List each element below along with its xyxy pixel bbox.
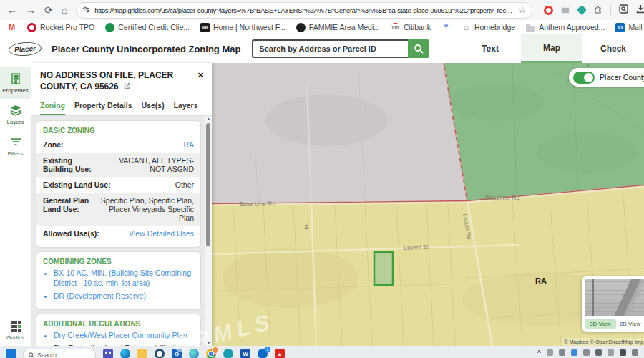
bullet-item[interactable]: BX-10 AC. MIN. (Building Site Combining … bbox=[54, 268, 194, 288]
sidebar-item-layers[interactable]: Layers bbox=[0, 99, 31, 130]
tray-icon-6[interactable] bbox=[620, 349, 626, 356]
address-bar[interactable]: https://map.gridics.com/us/ca/placer-cou… bbox=[76, 2, 532, 19]
toggle-switch-icon[interactable] bbox=[573, 72, 595, 84]
bookmark-flower[interactable]: * bbox=[441, 23, 451, 32]
tray-icon-1[interactable] bbox=[559, 349, 565, 356]
reload-icon[interactable]: ⟳ bbox=[44, 5, 53, 15]
map-attribution[interactable]: © Mapbox © OpenStreetMap Improve this ma… bbox=[562, 338, 644, 346]
bookmark-fammie-area-medi[interactable]: FAMMIE Area Medi... bbox=[296, 23, 380, 32]
tray-icon-4[interactable] bbox=[595, 349, 602, 356]
sidebar-footer-gridics[interactable]: Gridics bbox=[0, 316, 31, 346]
field-row: Existing Building Use:VACANT, ALL TYPES-… bbox=[36, 153, 200, 177]
tray-expand-icon[interactable]: ^ bbox=[537, 349, 541, 356]
flower-icon: * bbox=[441, 23, 451, 32]
selected-parcel[interactable] bbox=[374, 252, 393, 285]
filter-icon bbox=[9, 135, 22, 148]
bullet-list: Dry Creek/West Placer Community PlanFire… bbox=[54, 331, 194, 346]
tab-text[interactable]: Text bbox=[459, 34, 521, 63]
field-row: General Plan Land Use:Specific Plan, Spe… bbox=[36, 193, 200, 226]
taskbar-app-teams[interactable] bbox=[103, 349, 113, 358]
tray-icon-3[interactable] bbox=[583, 349, 590, 356]
sidebar-item-label: Properties bbox=[2, 87, 28, 94]
extension-teal-icon[interactable] bbox=[577, 5, 587, 15]
bullet-item[interactable]: Dry Creek/West Placer Community Plan bbox=[54, 331, 194, 341]
tray-icon-2[interactable] bbox=[571, 349, 577, 356]
bookmarks-list: MRocket Pro TPOCertified Credit Clie...N… bbox=[7, 23, 644, 32]
taskbar-app-globe[interactable] bbox=[223, 349, 233, 358]
extension-window-icon[interactable] bbox=[561, 6, 570, 14]
minimap-image[interactable] bbox=[585, 279, 644, 316]
bullet-item[interactable]: DR (Development Reserve) bbox=[54, 291, 194, 301]
tab-check[interactable]: Check bbox=[582, 34, 644, 63]
panel-tabs: Zoning Property Details Use(s) Layers bbox=[31, 94, 212, 116]
tab-zoning[interactable]: Zoning bbox=[40, 101, 65, 115]
view-2d-button[interactable]: 2D View bbox=[620, 321, 641, 327]
bookmark-gmail[interactable]: M bbox=[7, 23, 16, 32]
search-input[interactable] bbox=[252, 39, 408, 58]
site-settings-icon[interactable] bbox=[82, 4, 90, 16]
taskbar-app-edge[interactable] bbox=[120, 349, 130, 358]
share-link-icon[interactable] bbox=[124, 81, 131, 92]
placer-logo: Placer bbox=[8, 41, 42, 57]
bookmark-label: Anthem Approved... bbox=[539, 23, 605, 32]
bookmark-citibank[interactable]: citiCitibank bbox=[391, 23, 431, 32]
home-icon[interactable]: ⌂ bbox=[62, 5, 67, 15]
taskbar-app-acrobat[interactable]: ▴ bbox=[275, 349, 285, 358]
taskbar-search[interactable]: Search bbox=[23, 349, 96, 358]
field-label: Existing Building Use: bbox=[43, 156, 101, 173]
map-canvas[interactable]: Base Line RdBaseline RdLowell StLocust R… bbox=[212, 63, 644, 346]
scroll-up-icon[interactable]: ▲ bbox=[205, 117, 212, 121]
section-heading: BASIC ZONING bbox=[43, 127, 194, 135]
tab-uses[interactable]: Use(s) bbox=[142, 101, 165, 115]
search-tabs-icon[interactable] bbox=[619, 4, 628, 16]
county-layer-toggle[interactable]: Placer County bbox=[569, 68, 644, 87]
download-icon[interactable] bbox=[636, 4, 644, 16]
taskbar-app-windows[interactable] bbox=[6, 349, 16, 358]
taskbar-app-outlook[interactable]: O bbox=[172, 349, 182, 358]
bookmark-mail-rc-raymondco[interactable]: OMail - rc raymondco... bbox=[615, 23, 644, 32]
view-3d-button[interactable]: 3D View bbox=[585, 319, 616, 329]
view-mode-tabs: Text Map Check bbox=[459, 34, 644, 63]
taskbar-app-folder[interactable] bbox=[137, 349, 147, 358]
scroll-down-icon[interactable]: ▼ bbox=[205, 341, 212, 345]
taskbar-app-word[interactable]: W bbox=[240, 349, 250, 358]
bookmark-label: Certified Credit Clie... bbox=[118, 23, 190, 32]
scrollbar-thumb[interactable] bbox=[206, 123, 210, 246]
bookmark-rocket-pro-tpo[interactable]: Rocket Pro TPO bbox=[27, 23, 94, 32]
search-button[interactable] bbox=[408, 39, 429, 58]
panel-header: NO ADDRESS ON FILE, PLACER COUNTY, CA 95… bbox=[31, 63, 212, 94]
tab-layers[interactable]: Layers bbox=[174, 101, 198, 115]
forward-icon[interactable]: → bbox=[26, 5, 36, 15]
bookmark-label: Citibank bbox=[404, 23, 431, 32]
tray-icon-7[interactable] bbox=[632, 349, 638, 356]
close-panel-icon[interactable]: × bbox=[196, 69, 205, 92]
panel-sections: BASIC ZONINGZone:RAExisting Building Use… bbox=[31, 116, 205, 346]
sidebar-item-label: Layers bbox=[6, 119, 24, 125]
bookmark-certified-credit-clie[interactable]: Certified Credit Clie... bbox=[105, 23, 190, 32]
taskbar-app-dell[interactable] bbox=[155, 349, 165, 358]
taskbar-app-edge2[interactable] bbox=[189, 349, 199, 358]
bookmark-anthem-approved[interactable]: Anthem Approved... bbox=[526, 23, 605, 32]
taskbar-search-label: Search bbox=[37, 352, 57, 358]
back-icon[interactable]: ← bbox=[7, 5, 17, 15]
url-text[interactable]: https://map.gridics.com/us/ca/placer-cou… bbox=[94, 6, 514, 14]
taskbar-app-phone[interactable]: 1 bbox=[258, 349, 268, 358]
bookmark-homebridge[interactable]: ⌂Homebridge bbox=[462, 23, 515, 32]
tab-property-details[interactable]: Property Details bbox=[74, 101, 132, 115]
tray-icon-0[interactable] bbox=[547, 349, 553, 356]
field-value[interactable]: RA bbox=[183, 140, 194, 149]
bookmark-star-icon[interactable]: ☆ bbox=[518, 5, 526, 15]
layers-icon bbox=[9, 104, 22, 117]
sidebar-item-filters[interactable]: Filters bbox=[0, 130, 31, 162]
panel-scrollbar[interactable]: ▲ ▼ bbox=[205, 116, 212, 346]
tab-map[interactable]: Map bbox=[521, 34, 582, 63]
panel-body: BASIC ZONINGZone:RAExisting Building Use… bbox=[31, 116, 212, 346]
property-title: NO ADDRESS ON FILE, PLACER COUNTY, CA 95… bbox=[40, 69, 196, 92]
taskbar-app-chrome[interactable] bbox=[206, 349, 216, 358]
bookmark-home-northwest-f[interactable]: NWHome | Northwest F... bbox=[200, 23, 286, 32]
tray-icon-5[interactable] bbox=[608, 349, 614, 356]
extension-red-icon[interactable] bbox=[544, 6, 553, 15]
extensions-puzzle-icon[interactable] bbox=[593, 4, 602, 16]
field-value[interactable]: View Detailed Uses bbox=[129, 229, 194, 238]
sidebar-item-properties[interactable]: Properties bbox=[0, 67, 31, 99]
